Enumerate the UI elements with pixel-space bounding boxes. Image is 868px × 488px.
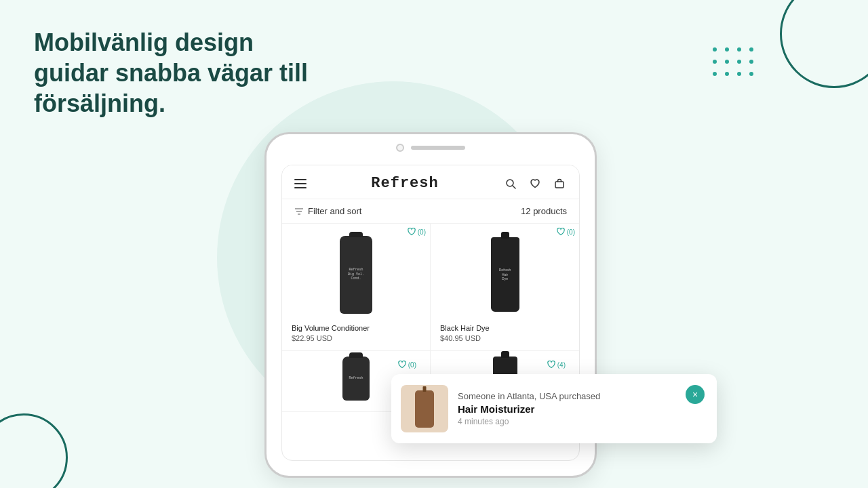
wishlist-count-2: (0) (567, 228, 575, 236)
tablet-home-bar (411, 146, 465, 150)
page-heading: Mobilvänlig design guidar snabba vägar t… (34, 27, 319, 119)
svg-line-1 (513, 186, 515, 188)
wishlist-badge-3[interactable]: (0) (398, 361, 416, 369)
product-card-2[interactable]: RefreshHairDye (0) Black Hair Dye $40.95… (431, 224, 579, 351)
notification-popup: Someone in Atlanta, USA purchased Hair M… (391, 374, 717, 443)
filter-left[interactable]: Filter and sort (294, 206, 361, 216)
wishlist-count-1: (0) (418, 228, 426, 236)
hamburger-icon[interactable] (294, 179, 307, 188)
decorative-dot-grid (713, 47, 756, 79)
product-image-2: RefreshHairDye (440, 230, 570, 319)
wishlist-count-4: (4) (557, 361, 566, 369)
notification-product-image (401, 385, 448, 432)
product-price-2: $40.95 USD (440, 334, 570, 342)
notification-product-name: Hair Moisturizer (458, 403, 676, 415)
search-icon[interactable] (503, 176, 518, 191)
product-image-1: RefreshBig Vol.Cond. (292, 230, 420, 319)
wishlist-badge-4[interactable]: (4) (547, 361, 566, 369)
notification-bottle (415, 390, 434, 428)
product-name-2: Black Hair Dye (440, 324, 570, 332)
app-header: Refresh (282, 165, 579, 199)
filter-label: Filter and sort (308, 206, 361, 216)
wishlist-badge-2[interactable]: (0) (557, 228, 575, 236)
tablet-camera-bar (396, 144, 465, 152)
wishlist-icon[interactable] (528, 176, 542, 191)
notification-close-button[interactable]: × (686, 385, 705, 404)
product-bottle-3: Refresh (342, 357, 370, 401)
app-logo: Refresh (371, 175, 438, 192)
tablet-mockup: Refresh (264, 132, 597, 478)
product-card-1[interactable]: RefreshBig Vol.Cond. (0) Big Volume Cond… (282, 224, 431, 351)
notification-time: 4 minutes ago (458, 417, 676, 426)
product-price-1: $22.95 USD (292, 334, 420, 342)
product-name-1: Big Volume Conditioner (292, 324, 420, 332)
product-count: 12 products (521, 206, 567, 216)
notification-purchase-text: Someone in Atlanta, USA purchased (458, 391, 676, 401)
header-icons (503, 176, 567, 191)
wishlist-count-3: (0) (408, 361, 416, 369)
notification-text: Someone in Atlanta, USA purchased Hair M… (458, 391, 676, 426)
tablet-camera (396, 144, 404, 152)
wishlist-badge-1[interactable]: (0) (408, 228, 426, 236)
product-tube-2: RefreshHairDye (491, 237, 519, 312)
svg-rect-2 (555, 182, 564, 188)
decorative-circle-top-right (780, 0, 868, 88)
cart-icon[interactable] (552, 176, 567, 191)
product-bottle-1: RefreshBig Vol.Cond. (340, 236, 372, 314)
filter-bar: Filter and sort 12 products (282, 199, 579, 224)
decorative-circle-bottom-left (0, 413, 68, 488)
